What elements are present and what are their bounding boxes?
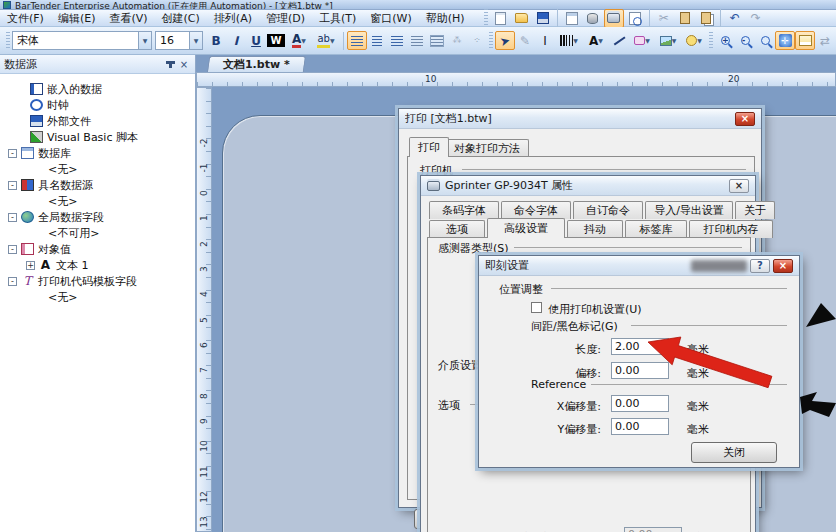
font-color-button[interactable]: A▼ (286, 31, 312, 50)
close-icon[interactable]: × (735, 112, 755, 126)
tab-barcode-fonts[interactable]: 条码字体 (429, 201, 499, 219)
align-right-button[interactable] (387, 31, 407, 50)
tree-item-external-file[interactable]: 外部文件 (0, 113, 195, 129)
tree-item-text1[interactable]: +A文本 1 (0, 257, 195, 273)
menu-window[interactable]: 窗口(W) (363, 10, 418, 27)
link-fields-button[interactable]: ⁂ (447, 31, 467, 50)
chevron-down-icon[interactable]: ▼ (138, 32, 151, 49)
tree-item-none[interactable]: <无> (0, 289, 195, 305)
cut-button[interactable]: ✂ (654, 9, 674, 28)
menu-file[interactable]: 文件(F) (0, 10, 51, 27)
expand-icon[interactable]: + (26, 261, 35, 270)
picture-tool-button[interactable]: ▼ (655, 31, 681, 50)
undo-button[interactable]: ↶ (725, 9, 745, 28)
seal-tool-button[interactable]: ▼ (681, 31, 707, 50)
instant-dialog-titlebar[interactable]: 即刻设置 ? × (479, 256, 799, 276)
new-document-button[interactable] (491, 9, 511, 28)
menu-help[interactable]: 帮助(H) (419, 10, 472, 27)
tab-advanced-settings[interactable]: 高级设置 (487, 218, 565, 238)
tree-item-printer-code[interactable]: -T打印机代码模板字段 (0, 273, 195, 289)
text-tool-button[interactable]: A▼ (583, 31, 609, 50)
pin-panel-button[interactable] (163, 58, 177, 71)
bold-button[interactable]: B (206, 31, 226, 50)
tab-dithering[interactable]: 抖动 (567, 220, 623, 238)
line-tool-button[interactable] (609, 31, 629, 50)
collapse-icon[interactable]: - (8, 213, 17, 222)
tab-object-print-method[interactable]: 对象打印方法 (445, 139, 529, 157)
zoom-select-button[interactable] (755, 31, 775, 50)
document-tab[interactable]: 文档1.btw * (207, 56, 306, 72)
page-setup-button[interactable] (562, 9, 582, 28)
close-icon[interactable]: × (773, 259, 793, 273)
align-left-button[interactable] (347, 31, 367, 50)
close-icon[interactable]: × (729, 179, 749, 193)
format-painter-button[interactable]: ✎ (515, 31, 535, 50)
font-size-combobox[interactable]: 16 ▼ (155, 31, 203, 50)
print-dialog-titlebar[interactable]: 打印 [文档1.btw] × (399, 109, 761, 129)
open-button[interactable] (512, 9, 532, 28)
collapse-icon[interactable]: - (8, 149, 17, 158)
tab-command-fonts[interactable]: 命令字体 (501, 201, 571, 219)
paste-button[interactable] (696, 9, 716, 28)
pan-button[interactable]: ✛ (775, 31, 795, 50)
align-center-button[interactable] (367, 31, 387, 50)
close-panel-button[interactable]: × (177, 58, 191, 71)
menu-tools[interactable]: 工具(T) (312, 10, 363, 27)
font-name-combobox[interactable]: 宋体 ▼ (12, 31, 152, 50)
save-button[interactable] (533, 9, 553, 28)
select-tool-button[interactable]: ➤ (495, 31, 515, 50)
collapse-icon[interactable]: - (8, 245, 17, 254)
menu-create[interactable]: 创建(C) (155, 10, 207, 27)
copy-button[interactable] (675, 9, 695, 28)
label-view-button[interactable] (795, 31, 815, 50)
align-justify-button[interactable] (407, 31, 427, 50)
collapse-icon[interactable]: - (8, 181, 17, 190)
y-offset-field[interactable] (611, 418, 669, 435)
tab-custom-commands[interactable]: 自订命令 (573, 201, 643, 219)
zoom-in-button[interactable]: + (715, 31, 735, 50)
white-on-black-button[interactable]: W (266, 31, 286, 50)
menu-edit[interactable]: 编辑(E) (51, 10, 103, 27)
tab-options[interactable]: 选项 (429, 220, 485, 238)
tab-printer-memory[interactable]: 打印机内存 (689, 220, 773, 238)
collapse-icon[interactable]: - (8, 277, 17, 286)
tree-item-vb-script[interactable]: Visual Basic 脚本 (0, 129, 195, 145)
menu-view[interactable]: 查看(V) (102, 10, 154, 27)
use-printer-settings-checkbox[interactable] (531, 302, 542, 313)
tab-about[interactable]: 关于 (735, 201, 775, 219)
close-button[interactable]: 关闭 (691, 442, 777, 463)
underline-button[interactable]: U (246, 31, 266, 50)
tree-item-none[interactable]: <无> (0, 161, 195, 177)
tree-item-unavailable[interactable]: <不可用> (0, 225, 195, 241)
tree-item-global-fields[interactable]: -全局数据字段 (0, 209, 195, 225)
database-button[interactable] (583, 9, 603, 28)
barcode-tool-button[interactable]: ▼ (555, 31, 583, 50)
print-button[interactable] (604, 9, 624, 28)
redo-button[interactable]: ↷ (746, 9, 766, 28)
chevron-down-icon[interactable]: ▼ (189, 32, 202, 49)
zoom-out-button[interactable]: - (735, 31, 755, 50)
tab-label-library[interactable]: 标签库 (625, 220, 687, 238)
tree-item-none[interactable]: <无> (0, 193, 195, 209)
text-cursor-button[interactable]: I (535, 31, 555, 50)
highlight-color-button[interactable]: ab▼ (312, 31, 340, 50)
menu-arrange[interactable]: 排列(A) (207, 10, 259, 27)
length-field[interactable] (611, 338, 669, 355)
italic-button[interactable]: I (226, 31, 246, 50)
tab-import-export[interactable]: 导入/导出设置 (645, 201, 733, 219)
offset-field[interactable] (611, 362, 669, 379)
tree-item-object-values[interactable]: -对象值 (0, 241, 195, 257)
menu-manage[interactable]: 管理(D) (259, 10, 312, 27)
props-dialog-titlebar[interactable]: Gprinter GP-9034T 属性 × (421, 176, 755, 196)
print-preview-button[interactable] (625, 9, 645, 28)
help-icon[interactable]: ? (750, 259, 770, 273)
tree-item-named-datasource[interactable]: -具名数据源 (0, 177, 195, 193)
rotate-view-button[interactable]: ⇄ (815, 31, 835, 50)
unlink-fields-button[interactable]: ⁘ (467, 31, 487, 50)
shape-tool-button[interactable]: ▼ (629, 31, 655, 50)
tab-print[interactable]: 打印 (409, 137, 449, 157)
align-block-button[interactable] (427, 31, 447, 50)
x-offset-field[interactable] (611, 395, 669, 412)
tree-item-embedded-data[interactable]: 嵌入的数据 (0, 81, 195, 97)
tree-item-clock[interactable]: 时钟 (0, 97, 195, 113)
